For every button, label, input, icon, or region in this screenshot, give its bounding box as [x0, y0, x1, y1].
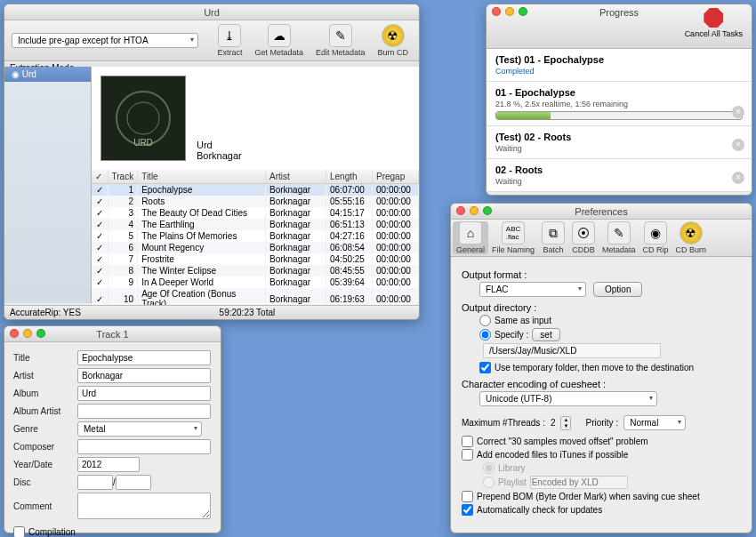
main-title: Urd	[4, 7, 419, 18]
accurip-status: AccurateRip: YES	[10, 308, 81, 317]
format-dropdown[interactable]: FLAC	[479, 282, 586, 297]
progress-window: Progress Cancel All Tasks (Test) 01 - Ep…	[486, 4, 752, 196]
add-itunes-checkbox[interactable]	[462, 449, 473, 461]
same-as-input-radio[interactable]	[479, 315, 491, 326]
priority-dropdown[interactable]: Normal	[623, 415, 686, 430]
minimize-icon[interactable]	[505, 7, 514, 16]
cancel-task-button[interactable]: ×	[732, 172, 744, 184]
year-field[interactable]	[77, 457, 140, 472]
artist-field[interactable]	[77, 368, 211, 383]
col-track[interactable]: Track	[108, 170, 138, 184]
cddb-icon: ⦿	[572, 221, 595, 244]
disc-b-field[interactable]	[116, 475, 151, 490]
tab-metadata[interactable]: ✎Metadata	[599, 221, 639, 254]
burn-icon: ☢	[382, 24, 405, 47]
use-temp-checkbox[interactable]	[479, 362, 491, 373]
close-icon[interactable]	[492, 7, 501, 16]
track-table: ✓ Track Title Artist Length Pregap ✓1Epo…	[92, 170, 419, 309]
get-metadata-button[interactable]: ☁Get Metadata	[251, 24, 307, 57]
progress-bar	[495, 111, 743, 120]
zoom-icon[interactable]	[483, 206, 492, 215]
col-title[interactable]: Title	[138, 170, 266, 184]
tab-file-naming[interactable]: ABC.flacFile Naming	[488, 221, 538, 254]
comment-field[interactable]	[77, 493, 211, 519]
table-row[interactable]: ✓5The Plains Of MemoriesBorknagar04:27:1…	[92, 230, 419, 242]
table-row[interactable]: ✓7FrostriteBorknagar04:50:2500:00:00	[92, 253, 419, 265]
extract-icon: ⤓	[218, 24, 241, 47]
col-pregap[interactable]: Pregap	[373, 170, 419, 184]
title-field[interactable]	[77, 350, 211, 365]
task-list: (Test) 01 - EpochalypseCompleted01 - Epo…	[487, 49, 752, 192]
auto-update-checkbox[interactable]	[462, 504, 473, 516]
edit-metadata-button[interactable]: ✎Edit Metadata	[312, 24, 369, 57]
album-title: Urd	[197, 140, 242, 150]
tab-cd-rip[interactable]: ◉CD Rip	[639, 221, 672, 254]
album-artist: Borknagar	[197, 150, 242, 161]
prefs-tabs: ⌂General ABC.flacFile Naming ⧉Batch ⦿CDD…	[451, 220, 752, 257]
pregap-dropdown[interactable]: Include pre-gap except for HTOA	[12, 33, 198, 48]
cancel-all-button[interactable]: Cancel All Tasks	[685, 8, 743, 38]
tab-general[interactable]: ⌂General	[453, 221, 488, 254]
minimize-icon[interactable]	[470, 206, 479, 215]
sidebar: ◉ Urd	[4, 67, 92, 303]
set-button[interactable]: set	[532, 328, 559, 341]
table-row[interactable]: ✓2RootsBorknagar05:55:1600:00:00	[92, 196, 419, 207]
table-row[interactable]: ✓9In A Deeper WorldBorknagar05:39:6400:0…	[92, 277, 419, 288]
encoding-dropdown[interactable]: Unicode (UTF-8)	[479, 391, 657, 406]
burn-cd-button[interactable]: ☢Burn CD	[374, 24, 412, 57]
table-row[interactable]: ✓1EpochalypseBorknagar06:07:0000:00:00	[92, 184, 419, 196]
specify-radio[interactable]	[479, 329, 491, 341]
album-field[interactable]	[77, 386, 211, 401]
col-artist[interactable]: Artist	[266, 170, 326, 184]
table-row[interactable]: ✓6Mount RegencyBorknagar06:08:5400:00:00	[92, 242, 419, 253]
extract-button[interactable]: ⤓Extract	[213, 24, 245, 57]
batch-icon: ⧉	[542, 221, 565, 244]
album-artist-field[interactable]	[77, 404, 211, 419]
minimize-icon[interactable]	[23, 329, 32, 338]
filenaming-icon: ABC.flac	[502, 221, 525, 244]
progress-titlebar[interactable]: Progress Cancel All Tasks	[487, 4, 752, 49]
genre-dropdown[interactable]: Metal	[77, 421, 202, 437]
table-row[interactable]: ✓8The Winter EclipseBorknagar08:45:5500:…	[92, 265, 419, 277]
task-item: 02 - RootsWaiting×	[487, 159, 752, 192]
prefs-window: Preferences ⌂General ABC.flacFile Naming…	[450, 203, 752, 533]
table-row[interactable]: ✓3The Beauty Of Dead CitiesBorknagar04:1…	[92, 207, 419, 219]
composer-field[interactable]	[77, 439, 211, 454]
zoom-icon[interactable]	[36, 329, 45, 338]
col-length[interactable]: Length	[326, 170, 373, 184]
col-check[interactable]: ✓	[92, 170, 108, 184]
zoom-icon[interactable]	[519, 7, 527, 16]
correct30-checkbox[interactable]	[462, 436, 473, 447]
disc-a-field[interactable]	[77, 475, 113, 490]
main-toolbar: Include pre-gap except for HTOA ⤓Extract…	[4, 20, 419, 61]
tab-cddb[interactable]: ⦿CDDB	[568, 221, 599, 254]
playlist-name-field	[530, 476, 628, 489]
cdrip-icon: ◉	[644, 221, 667, 244]
playlist-radio	[483, 477, 495, 488]
tab-batch[interactable]: ⧉Batch	[538, 221, 568, 254]
close-icon[interactable]	[456, 206, 465, 215]
prefs-titlebar[interactable]: Preferences	[451, 204, 752, 220]
library-radio	[483, 462, 495, 474]
tab-cd-burn[interactable]: ☢CD Burn	[672, 221, 711, 254]
main-window: Urd Include pre-gap except for HTOA ⤓Ext…	[4, 4, 420, 320]
cdburn-icon: ☢	[680, 221, 703, 244]
prepend-bom-checkbox[interactable]	[462, 491, 473, 502]
sidebar-item-disc[interactable]: ◉ Urd	[4, 67, 91, 82]
option-button[interactable]: Option	[593, 282, 642, 297]
cancel-task-button[interactable]: ×	[732, 106, 744, 118]
track1-titlebar[interactable]: Track 1	[4, 326, 221, 342]
threads-stepper[interactable]: ▲▼	[560, 416, 571, 430]
album-cover[interactable]: URD	[101, 76, 186, 161]
stop-icon	[704, 8, 723, 28]
statusbar: AccurateRip: YES 59:20:23 Total	[4, 305, 419, 319]
main-titlebar[interactable]: Urd	[4, 4, 419, 20]
compilation-checkbox[interactable]	[13, 526, 25, 537]
path-display: /Users/Jay/Music/XLD	[483, 343, 661, 358]
track1-window: Track 1 Title Artist Album Album Artist …	[4, 325, 221, 533]
album-header: URD Urd Borknagar	[92, 67, 419, 170]
metadata-icon: ✎	[607, 221, 631, 244]
cancel-task-button[interactable]: ×	[732, 139, 744, 151]
table-row[interactable]: ✓4The EarthlingBorknagar06:51:1300:00:00	[92, 219, 419, 230]
close-icon[interactable]	[10, 329, 19, 338]
